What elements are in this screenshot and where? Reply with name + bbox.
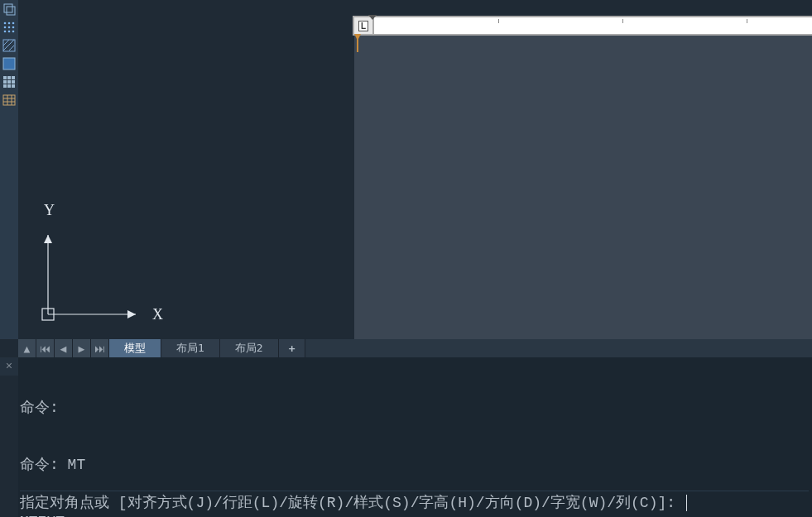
tab-model[interactable]: 模型 xyxy=(109,339,161,357)
grid-cells-icon[interactable] xyxy=(2,74,17,89)
table-icon[interactable] xyxy=(2,93,17,108)
svg-rect-1 xyxy=(7,7,15,15)
grid-dots-icon[interactable] xyxy=(2,20,17,35)
next-glyph: ▶ xyxy=(79,342,85,355)
svg-point-2 xyxy=(4,22,7,25)
plus-icon: + xyxy=(289,342,295,355)
svg-point-4 xyxy=(12,22,15,25)
layer-iso-icon[interactable] xyxy=(2,2,17,17)
svg-marker-31 xyxy=(127,310,136,318)
cmd-line: MTEXT xyxy=(20,513,809,517)
fill-icon[interactable] xyxy=(2,56,17,71)
svg-marker-33 xyxy=(44,235,52,243)
last-glyph: ⏭ xyxy=(94,342,105,355)
mtext-ruler[interactable] xyxy=(374,17,812,34)
ucs-y-label: Y xyxy=(44,202,55,218)
layout-tabs-strip: ▲ ⏮ ◀ ▶ ⏭ 模型 布局1 布局2 + xyxy=(18,339,812,357)
tab-model-label: 模型 xyxy=(124,341,146,356)
svg-line-12 xyxy=(3,40,14,50)
svg-rect-15 xyxy=(3,58,15,69)
svg-rect-18 xyxy=(12,76,15,79)
svg-point-7 xyxy=(12,26,15,29)
command-panel: × 命令: 命令: MT MTEXT 当前文字样式: "Standard" 文字… xyxy=(18,357,812,517)
ucs-icon: X Y xyxy=(30,192,171,333)
svg-rect-0 xyxy=(4,4,12,12)
svg-point-5 xyxy=(4,26,7,29)
tab-layout1-label: 布局1 xyxy=(176,341,204,356)
mtext-editor-panel[interactable]: L xyxy=(354,17,812,339)
tab-nav-first-icon[interactable]: ⏮ xyxy=(36,339,55,357)
svg-rect-24 xyxy=(12,84,15,88)
cmd-line: 命令: MT xyxy=(20,456,809,475)
svg-point-6 xyxy=(8,26,11,29)
prev-glyph: ◀ xyxy=(60,342,67,355)
svg-point-10 xyxy=(12,31,15,33)
svg-rect-34 xyxy=(42,309,54,320)
hatch-icon[interactable] xyxy=(2,38,17,53)
svg-rect-19 xyxy=(3,80,7,84)
cmd-line: 命令: xyxy=(20,399,809,418)
command-panel-close-icon[interactable]: × xyxy=(0,357,18,376)
svg-point-3 xyxy=(8,22,11,25)
svg-rect-16 xyxy=(3,76,7,79)
svg-point-8 xyxy=(4,31,7,33)
svg-rect-22 xyxy=(3,84,7,88)
tab-nav-up-icon[interactable]: ▲ xyxy=(18,339,36,357)
svg-line-14 xyxy=(9,45,14,50)
svg-line-13 xyxy=(3,40,9,45)
tab-nav-next-icon[interactable]: ▶ xyxy=(73,339,91,357)
svg-rect-25 xyxy=(3,95,15,105)
svg-point-9 xyxy=(8,31,11,33)
tab-layout2[interactable]: 布局2 xyxy=(220,339,279,357)
tab-layout2-label: 布局2 xyxy=(235,341,263,356)
model-drawing-area[interactable]: L X Y xyxy=(18,0,812,339)
mtext-ruler-toggle[interactable]: L xyxy=(354,17,374,34)
ucs-x-label: X xyxy=(152,306,163,323)
tab-layout1[interactable]: 布局1 xyxy=(161,339,220,357)
command-caret-icon xyxy=(686,495,687,511)
close-glyph: × xyxy=(6,357,12,376)
first-glyph: ⏮ xyxy=(40,342,50,355)
mtext-caret-icon xyxy=(354,34,361,54)
mtext-ruler-glyph: L xyxy=(358,21,368,31)
tab-nav-prev-icon[interactable]: ◀ xyxy=(55,339,73,357)
command-prompt-text: 指定对角点或 [对齐方式(J)/行距(L)/旋转(R)/样式(S)/字高(H)/… xyxy=(20,494,685,513)
up-glyph: ▲ xyxy=(24,342,31,355)
svg-rect-17 xyxy=(7,76,11,79)
svg-rect-11 xyxy=(3,40,15,51)
left-toolbar xyxy=(0,0,18,339)
tab-nav-last-icon[interactable]: ⏭ xyxy=(91,339,109,357)
tab-add-button[interactable]: + xyxy=(279,339,306,357)
command-input[interactable]: 指定对角点或 [对齐方式(J)/行距(L)/旋转(R)/样式(S)/字高(H)/… xyxy=(20,491,809,512)
svg-rect-23 xyxy=(7,84,11,88)
indent-marker-icon[interactable] xyxy=(368,15,377,20)
svg-rect-21 xyxy=(12,80,15,84)
svg-rect-20 xyxy=(7,80,11,84)
mtext-ruler-bar[interactable]: L xyxy=(353,16,812,36)
